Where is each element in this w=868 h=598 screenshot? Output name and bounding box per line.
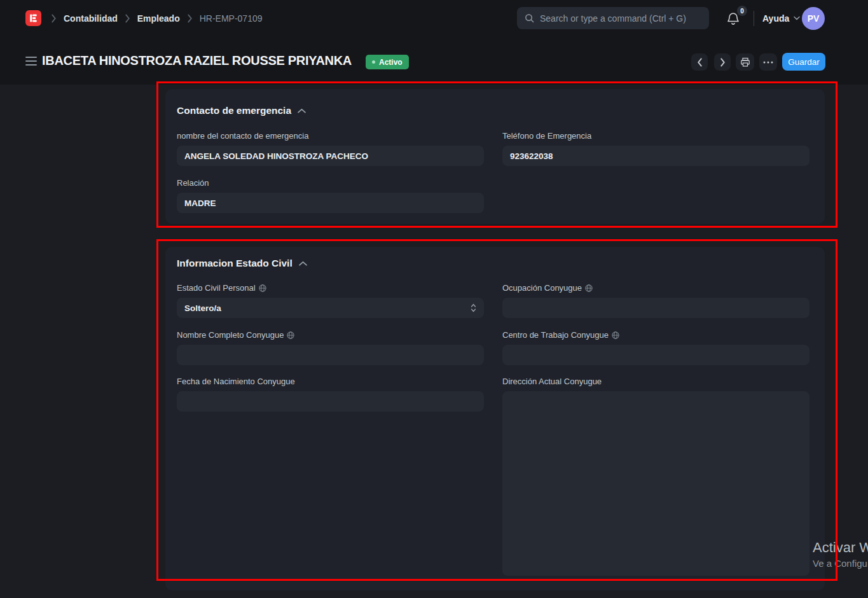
breadcrumb: Contabilidad Empleado HR-EMP-07109	[51, 0, 263, 36]
label-text: Ocupación Conyugue	[502, 283, 582, 293]
chevron-up-icon	[299, 261, 307, 266]
chevron-left-icon	[697, 58, 703, 67]
breadcrumb-item-empleado[interactable]: Empleado	[137, 13, 180, 24]
section-header-emergency-contact[interactable]: Contacto de emergencia	[177, 105, 306, 116]
translatable-globe-icon	[287, 331, 294, 339]
emergency-phone-input[interactable]	[502, 146, 809, 166]
spouse-full-name-input[interactable]	[177, 345, 484, 365]
translatable-globe-icon	[585, 284, 593, 292]
translatable-globe-icon	[259, 284, 266, 292]
section-title: Contacto de emergencia	[177, 105, 291, 116]
spouse-address-textarea[interactable]	[502, 391, 809, 576]
navbar-divider	[754, 11, 754, 26]
field-label-emergency-contact-name: nombre del contacto de emergencia	[177, 131, 308, 141]
spouse-workplace-input[interactable]	[502, 345, 809, 365]
notification-count-badge: 0	[737, 6, 747, 16]
chevron-right-icon	[51, 14, 57, 23]
next-record-button[interactable]	[714, 53, 731, 71]
selected-option: Soltero/a	[184, 303, 221, 313]
breadcrumb-item-employee-id[interactable]: HR-EMP-07109	[200, 13, 263, 24]
label-text: Centro de Trabajo Conyugue	[502, 330, 609, 340]
erpnext-logo[interactable]	[25, 10, 41, 26]
section-header-marital-status[interactable]: Informacion Estado Civil	[177, 258, 307, 269]
erpnext-employee-form-page: Contabilidad Empleado HR-EMP-07109 0	[0, 0, 868, 598]
user-avatar[interactable]: PV	[802, 7, 825, 30]
field-label-spouse-address: Dirección Actual Conyugue	[502, 377, 602, 386]
field-label-marital-status: Estado Civil Personal	[177, 283, 266, 293]
chevron-down-icon	[794, 16, 800, 20]
relation-input[interactable]	[177, 193, 484, 213]
avatar-initials: PV	[808, 13, 820, 24]
status-dot-icon	[372, 60, 375, 64]
windows-activation-watermark-line1: Activar Wi	[813, 539, 868, 556]
field-label-spouse-occupation: Ocupación Conyugue	[502, 283, 593, 293]
field-label-relation: Relación	[177, 178, 209, 188]
global-search	[517, 7, 709, 29]
sidebar-toggle-button[interactable]	[25, 57, 37, 66]
erpnext-logo-icon	[29, 13, 38, 23]
breadcrumb-item-contabilidad[interactable]: Contabilidad	[64, 13, 118, 24]
field-label-spouse-full-name: Nombre Completo Conyugue	[177, 330, 294, 340]
notifications-button[interactable]: 0	[726, 8, 747, 29]
marital-status-select[interactable]: Soltero/a	[177, 298, 484, 318]
section-title: Informacion Estado Civil	[177, 258, 293, 269]
spouse-occupation-input[interactable]	[502, 298, 809, 318]
status-badge: Activo	[366, 55, 409, 69]
save-button[interactable]: Guardar	[782, 53, 825, 71]
search-icon	[525, 13, 534, 23]
label-text: Estado Civil Personal	[177, 283, 256, 293]
menu-button[interactable]	[759, 53, 777, 71]
chevron-right-icon	[125, 14, 130, 23]
section-card-marital-status: Informacion Estado Civil Estado Civil Pe…	[165, 247, 825, 590]
top-band: Contabilidad Empleado HR-EMP-07109 0	[0, 0, 868, 85]
printer-icon	[740, 57, 750, 67]
field-label-spouse-workplace: Centro de Trabajo Conyugue	[502, 330, 619, 340]
chevron-right-icon	[720, 58, 726, 67]
windows-activation-watermark-line2: Ve a Configur	[813, 558, 868, 569]
field-label-emergency-phone: Teléfono de Emergencia	[502, 131, 591, 141]
spouse-birthdate-input[interactable]	[177, 391, 484, 412]
status-label: Activo	[379, 58, 403, 67]
page-title: IBACETA HINOSTROZA RAZIEL ROUSSE PRIYANK…	[42, 53, 352, 68]
previous-record-button[interactable]	[691, 53, 708, 71]
emergency-contact-name-input[interactable]	[177, 146, 484, 166]
help-label: Ayuda	[762, 13, 789, 24]
section-card-emergency-contact: Contacto de emergencia nombre del contac…	[165, 89, 825, 224]
select-chevrons-icon	[471, 303, 476, 312]
help-menu[interactable]: Ayuda	[762, 0, 800, 36]
translatable-globe-icon	[612, 331, 619, 339]
field-label-spouse-birthdate: Fecha de Nacimiento Conyugue	[177, 377, 295, 386]
print-button[interactable]	[736, 53, 754, 71]
label-text: Nombre Completo Conyugue	[177, 330, 284, 340]
ellipsis-icon	[763, 61, 773, 64]
search-input[interactable]	[540, 13, 701, 24]
chevron-right-icon	[187, 14, 193, 23]
chevron-up-icon	[298, 108, 306, 113]
